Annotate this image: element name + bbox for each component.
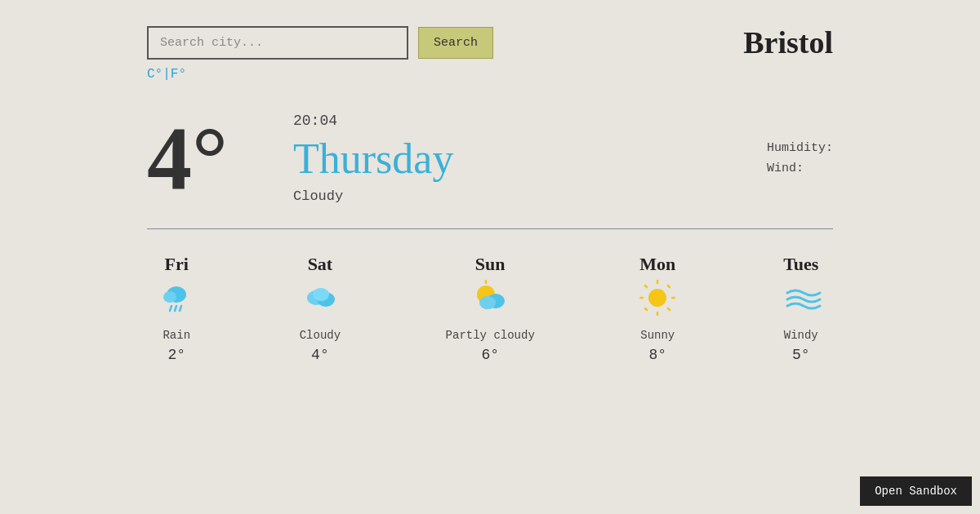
search-button[interactable]: Search — [418, 27, 493, 59]
current-day: Thursday — [293, 135, 453, 182]
svg-point-1 — [163, 291, 176, 303]
forecast-day-card: Tues Windy 5° — [781, 254, 822, 363]
forecast-day-card: Mon Sunny 8° — [639, 254, 675, 363]
forecast-condition: Partly cloudy — [446, 329, 535, 342]
svg-point-13 — [648, 289, 666, 307]
forecast-temp: 6° — [481, 347, 499, 363]
forecast-day-name: Mon — [639, 254, 675, 275]
search-input[interactable] — [147, 26, 408, 60]
forecast-divider — [147, 228, 833, 229]
celsius-link[interactable]: C° — [147, 67, 163, 82]
svg-line-19 — [668, 308, 670, 310]
forecast-temp: 2° — [167, 347, 185, 363]
weather-info: 20:04 Thursday Cloudy — [293, 113, 453, 204]
main-weather: 4° 20:04 Thursday Cloudy Humidity: Wind: — [0, 88, 980, 204]
forecast-temp: 4° — [311, 347, 329, 363]
weather-icon-rain — [158, 280, 194, 324]
svg-line-4 — [180, 306, 181, 311]
current-condition: Cloudy — [293, 188, 453, 204]
forecast-temp: 5° — [792, 347, 810, 363]
weather-details: Humidity: Wind: — [767, 141, 833, 175]
fahrenheit-link[interactable]: F° — [171, 67, 186, 82]
svg-line-18 — [645, 286, 647, 287]
current-time: 20:04 — [293, 113, 453, 129]
forecast-temp: 8° — [648, 347, 666, 363]
weather-icon-sunny — [639, 280, 675, 324]
temp-separator: | — [163, 67, 171, 82]
svg-line-21 — [645, 308, 647, 310]
current-temperature: 4° — [147, 113, 228, 203]
forecast-condition: Sunny — [640, 329, 675, 342]
forecast-day-card: Fri Rain 2° — [158, 254, 194, 363]
svg-line-3 — [175, 306, 176, 311]
forecast-day-name: Sat — [308, 254, 333, 275]
forecast-condition: Cloudy — [300, 329, 341, 342]
svg-point-12 — [479, 296, 496, 309]
svg-line-2 — [170, 306, 172, 311]
forecast-day-name: Tues — [783, 254, 818, 275]
forecast-condition: Rain — [163, 329, 190, 342]
weather-icon-cloudy — [300, 280, 341, 324]
forecast-day-card: Sun Partly cloudy 6° — [446, 254, 535, 363]
forecast-section: Fri Rain 2° Sat Cloudy 4° Sun Partly clo… — [0, 246, 980, 371]
svg-point-7 — [313, 288, 329, 301]
weather-icon-partly-cloudy — [470, 280, 510, 324]
wind-label: Wind: — [767, 162, 833, 175]
temp-toggle: C° | F° — [0, 60, 980, 88]
svg-line-20 — [668, 286, 670, 287]
forecast-day-name: Fri — [165, 254, 189, 275]
forecast-day-name: Sun — [475, 254, 506, 275]
forecast-day-card: Sat Cloudy 4° — [300, 254, 341, 363]
weather-icon-windy — [781, 280, 822, 324]
open-sandbox-button[interactable]: Open Sandbox — [860, 476, 972, 506]
header: Search Bristol — [0, 0, 980, 60]
humidity-label: Humidity: — [767, 141, 833, 155]
city-title: Bristol — [743, 24, 833, 60]
forecast-condition: Windy — [784, 329, 818, 342]
